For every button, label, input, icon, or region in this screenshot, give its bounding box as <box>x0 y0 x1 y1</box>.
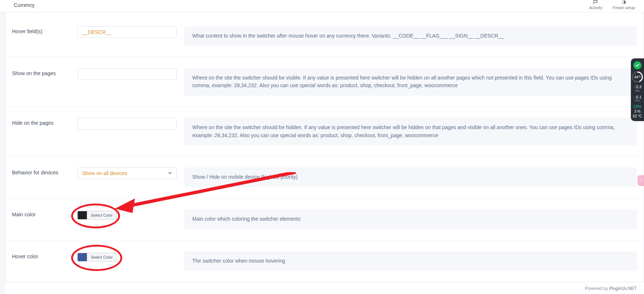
net-download: ↓ 0.1 K/s <box>631 95 644 103</box>
hide-pages-input[interactable] <box>77 118 177 129</box>
row-main-color: Main color Select Color Main color which… <box>5 198 644 240</box>
half-circle-icon <box>621 0 627 4</box>
activity-label: Activity <box>589 5 602 10</box>
pink-side-tab[interactable]: ⤢ <box>637 175 644 186</box>
row-behavior-devices: Behavior for devices Show on all devices… <box>5 156 644 198</box>
main-color-swatch <box>78 211 87 219</box>
label-behavior-devices: Behavior for devices <box>5 167 77 175</box>
main-color-picker[interactable]: Select Color <box>77 211 117 220</box>
main-color-button-label: Select Color <box>87 211 116 219</box>
label-hide-pages: Hide on the pages <box>5 118 77 126</box>
finish-setup-label: Finish setup <box>613 5 635 10</box>
left-edge-strip <box>0 0 5 294</box>
hover-fields-input[interactable] <box>77 26 177 38</box>
footer-link[interactable]: PluginUs.NET <box>609 286 637 291</box>
help-hide-pages: Where on the site the switcher should be… <box>184 118 637 145</box>
hover-color-button-label: Select Color <box>87 253 116 261</box>
row-hide-pages: Hide on the pages Where on the site the … <box>5 107 644 156</box>
footer: Powered by PluginUs.NET <box>5 282 644 294</box>
activity-button[interactable]: Activity <box>589 0 602 10</box>
help-behavior-devices: Show / Hide on mobile device (highest pr… <box>184 167 637 187</box>
row-show-pages: Show on the pages Where on the site the … <box>5 57 644 107</box>
help-hover-color: The switcher color when mouse hovering <box>184 251 637 271</box>
behavior-devices-select[interactable]: Show on all devices <box>77 167 177 179</box>
cpu-percent: 3 % <box>631 109 644 113</box>
net-upload: ↑ 0.3 K/s <box>631 85 644 93</box>
footer-text: Powered by <box>585 286 609 291</box>
help-main-color: Main color which coloring the switcher e… <box>184 209 637 229</box>
topbar: Currency Activity Finish setup <box>0 0 644 12</box>
label-main-color: Main color <box>5 209 77 217</box>
settings-panel: Hover field(s) What content to show in t… <box>5 12 644 282</box>
row-hover-color: Hover color Select Color The switcher co… <box>5 240 644 282</box>
cpu-label: CPU <box>631 105 644 109</box>
label-show-pages: Show on the pages <box>5 68 77 76</box>
row-hover-fields: Hover field(s) What content to show in t… <box>5 12 644 57</box>
hover-color-swatch <box>78 253 87 261</box>
cpu-temp: 62 °C <box>631 114 644 118</box>
label-hover-fields: Hover field(s) <box>5 26 77 34</box>
help-show-pages: Where on the site the switcher should be… <box>184 68 637 96</box>
brand-title: Currency <box>14 0 35 8</box>
finish-setup-button[interactable]: Finish setup <box>613 0 635 10</box>
shield-check-icon <box>633 61 641 69</box>
help-hover-fields: What content to show in the switcher aft… <box>184 26 637 46</box>
show-pages-input[interactable] <box>77 68 177 80</box>
label-hover-color: Hover color <box>5 251 77 259</box>
usage-gauge: 44% <box>632 71 643 82</box>
flag-icon <box>593 0 599 4</box>
hover-color-picker[interactable]: Select Color <box>77 253 117 262</box>
system-monitor-widget[interactable]: 44% ↑ 0.3 K/s ↓ 0.1 K/s CPU 3 % 62 °C <box>631 58 644 121</box>
